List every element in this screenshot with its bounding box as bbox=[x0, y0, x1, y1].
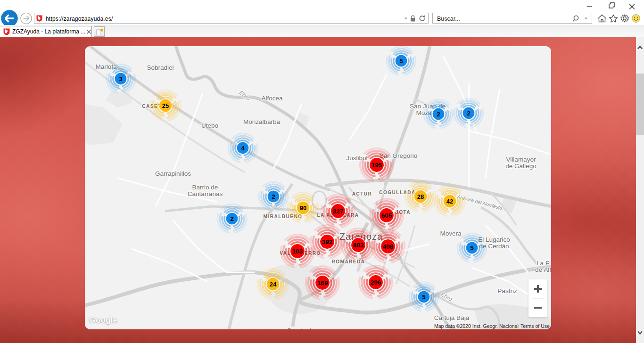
svg-text:5: 5 bbox=[422, 294, 425, 301]
svg-text:605: 605 bbox=[381, 212, 392, 219]
svg-text:90: 90 bbox=[300, 204, 306, 212]
svg-text:28: 28 bbox=[417, 193, 424, 200]
svg-text:25: 25 bbox=[162, 102, 169, 109]
svg-text:498: 498 bbox=[383, 243, 394, 250]
svg-text:2: 2 bbox=[437, 111, 440, 118]
svg-text:24: 24 bbox=[270, 281, 277, 288]
svg-text:2: 2 bbox=[467, 110, 470, 117]
svg-text:327: 327 bbox=[333, 208, 344, 215]
svg-text:5: 5 bbox=[470, 245, 473, 252]
svg-text:103: 103 bbox=[292, 248, 303, 255]
svg-text:803: 803 bbox=[353, 242, 364, 249]
svg-text:2: 2 bbox=[230, 215, 233, 222]
svg-text:392: 392 bbox=[322, 238, 333, 245]
svg-text:195: 195 bbox=[372, 162, 382, 169]
svg-text:3: 3 bbox=[119, 75, 122, 82]
svg-text:296: 296 bbox=[371, 279, 381, 286]
svg-text:2: 2 bbox=[272, 193, 275, 200]
svg-text:169: 169 bbox=[317, 279, 328, 286]
svg-text:5: 5 bbox=[399, 57, 403, 65]
svg-text:4: 4 bbox=[241, 145, 245, 152]
svg-text:42: 42 bbox=[446, 198, 453, 205]
